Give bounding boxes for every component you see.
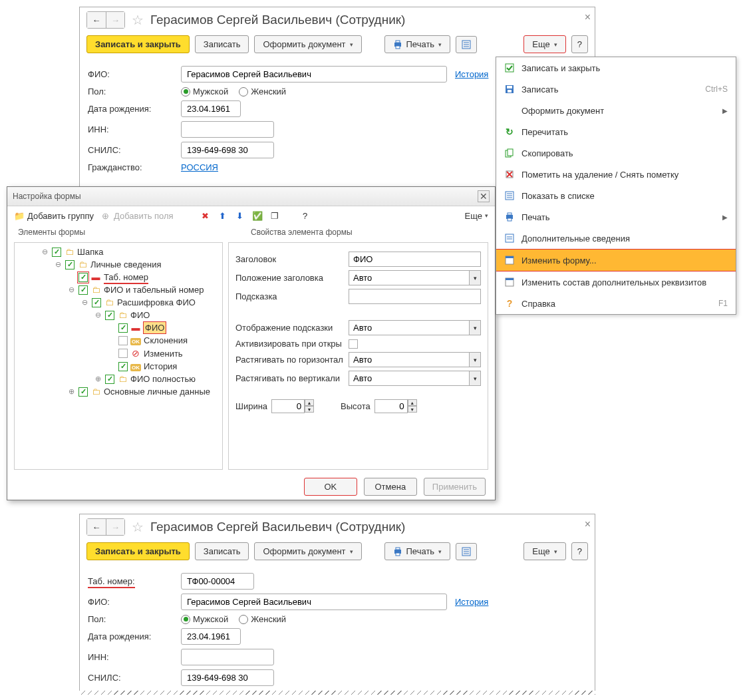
prop-stretch-h-select[interactable] bbox=[349, 352, 469, 367]
close-icon[interactable]: × bbox=[585, 518, 591, 530]
tree-checkbox[interactable]: ✓ bbox=[105, 311, 114, 320]
prop-stretch-v-select[interactable] bbox=[349, 371, 469, 386]
menu-item[interactable]: ?СправкаF1 bbox=[496, 293, 736, 314]
prop-title-pos-select[interactable] bbox=[349, 270, 469, 285]
menu-item[interactable]: Записать и закрыть bbox=[496, 57, 736, 79]
menu-item[interactable]: ↻Перечитать bbox=[496, 121, 736, 142]
fio-input[interactable] bbox=[181, 66, 447, 83]
make-document-button[interactable]: Оформить документ▾ bbox=[254, 35, 361, 53]
close-icon[interactable]: × bbox=[585, 11, 591, 23]
prop-height-input[interactable] bbox=[374, 399, 408, 413]
dialog-more-button[interactable]: Еще ▾ bbox=[465, 211, 488, 221]
gender-female-radio[interactable]: Женский bbox=[239, 87, 286, 96]
fio-input[interactable] bbox=[181, 594, 447, 610]
help-button[interactable]: ? bbox=[571, 35, 588, 53]
spinner-down[interactable]: ▼ bbox=[305, 406, 314, 413]
check-all-icon[interactable]: ✅ bbox=[252, 210, 263, 221]
back-button[interactable]: ← bbox=[87, 519, 106, 535]
delete-icon[interactable]: ✖ bbox=[200, 210, 211, 221]
more-button[interactable]: Еще▾ bbox=[523, 35, 565, 53]
toolbar-help-icon[interactable]: ? bbox=[300, 210, 311, 221]
save-and-close-button[interactable]: Записать и закрыть bbox=[86, 35, 190, 53]
tree-checkbox[interactable] bbox=[118, 336, 128, 345]
tree-checkbox[interactable]: ✓ bbox=[92, 298, 101, 307]
menu-item[interactable]: Изменить состав дополнительных реквизито… bbox=[496, 271, 736, 293]
history-link[interactable]: История bbox=[455, 597, 488, 607]
tree-node[interactable]: ⊖✓🗀Расшифровка ФИО bbox=[15, 296, 222, 309]
inn-input[interactable] bbox=[181, 121, 274, 138]
tree-node[interactable]: ✓▬ФИО bbox=[15, 321, 222, 334]
dropdown-button[interactable]: ▾ bbox=[469, 371, 481, 386]
help-button[interactable]: ? bbox=[571, 542, 588, 560]
tree-checkbox[interactable]: ✓ bbox=[78, 285, 88, 295]
dropdown-button[interactable]: ▾ bbox=[469, 320, 481, 335]
favorite-star-icon[interactable]: ☆ bbox=[132, 519, 144, 535]
apply-button[interactable]: Применить bbox=[424, 478, 486, 496]
expand-toggle[interactable]: ⊖ bbox=[53, 260, 63, 269]
print-button[interactable]: Печать▾ bbox=[384, 35, 451, 53]
back-button[interactable]: ← bbox=[87, 12, 106, 28]
gender-male-radio[interactable]: Мужской bbox=[181, 87, 228, 96]
tree-checkbox[interactable]: ✓ bbox=[52, 248, 61, 257]
move-up-icon[interactable]: ⬆ bbox=[218, 210, 228, 221]
cancel-button[interactable]: Отмена bbox=[364, 478, 417, 496]
birth-input[interactable] bbox=[181, 100, 241, 117]
citizenship-link[interactable]: РОССИЯ bbox=[181, 162, 218, 172]
tree-checkbox[interactable]: ✓ bbox=[105, 375, 114, 384]
tree-checkbox[interactable]: ✓ bbox=[65, 260, 74, 269]
tree-node[interactable]: ⊖✓🗀Личные сведения bbox=[15, 258, 222, 271]
menu-item[interactable]: ЗаписатьCtrl+S bbox=[496, 79, 736, 100]
ok-button[interactable]: OK bbox=[304, 478, 357, 496]
prop-width-input[interactable] bbox=[271, 399, 305, 413]
save-button[interactable]: Записать bbox=[195, 35, 249, 53]
prop-title-input[interactable] bbox=[349, 252, 481, 267]
prop-hint-input[interactable] bbox=[349, 289, 481, 304]
tree-node[interactable]: OKСклонения bbox=[15, 334, 222, 347]
add-fields-button[interactable]: ⊕ Добавить поля bbox=[100, 210, 174, 221]
tree-node[interactable]: ⊖✓🗀ФИО bbox=[15, 309, 222, 321]
expand-toggle[interactable]: ⊕ bbox=[67, 387, 76, 396]
list-icon-button[interactable] bbox=[456, 543, 477, 560]
menu-item[interactable]: Пометить на удаление / Снять пометку bbox=[496, 164, 736, 185]
forward-button[interactable]: → bbox=[106, 519, 124, 535]
expand-toggle[interactable]: ⊕ bbox=[93, 375, 102, 383]
forward-button[interactable]: → bbox=[106, 12, 124, 28]
tree-checkbox[interactable]: ✓ bbox=[78, 273, 88, 282]
menu-item[interactable]: Скопировать bbox=[496, 142, 736, 164]
birth-input[interactable] bbox=[181, 628, 241, 645]
tree-node[interactable]: ⊖✓🗀Шапка bbox=[15, 246, 222, 258]
tree-node[interactable]: ⊕✓🗀ФИО полностью bbox=[15, 373, 222, 385]
more-button[interactable]: Еще▾ bbox=[523, 542, 565, 560]
spinner-up[interactable]: ▲ bbox=[305, 399, 314, 406]
expand-toggle[interactable]: ⊖ bbox=[67, 285, 76, 294]
list-icon-button[interactable] bbox=[456, 36, 477, 53]
gender-female-radio[interactable]: Женский bbox=[239, 614, 286, 624]
menu-item[interactable]: Показать в списке bbox=[496, 185, 736, 206]
print-button[interactable]: Печать▾ bbox=[384, 542, 451, 560]
spinner-down[interactable]: ▼ bbox=[408, 406, 417, 413]
move-down-icon[interactable]: ⬇ bbox=[235, 210, 245, 221]
spinner-up[interactable]: ▲ bbox=[408, 399, 417, 406]
prop-activate-checkbox[interactable] bbox=[349, 339, 358, 349]
inn-input[interactable] bbox=[181, 649, 274, 665]
tree-node[interactable]: ✓OKИстория bbox=[15, 360, 222, 373]
favorite-star-icon[interactable]: ☆ bbox=[132, 12, 144, 28]
dialog-close-icon[interactable]: ✕ bbox=[478, 190, 490, 202]
tree-checkbox[interactable]: ✓ bbox=[118, 362, 128, 371]
snils-input[interactable] bbox=[181, 669, 274, 686]
tree-node[interactable]: ✓▬Таб. номер bbox=[15, 271, 222, 283]
add-group-button[interactable]: 📁 Добавить группу bbox=[14, 210, 94, 221]
expand-toggle[interactable]: ⊖ bbox=[40, 248, 49, 256]
tree-checkbox[interactable]: ✓ bbox=[78, 387, 88, 397]
dropdown-button[interactable]: ▾ bbox=[469, 270, 481, 285]
gender-male-radio[interactable]: Мужской bbox=[181, 614, 228, 624]
make-document-button[interactable]: Оформить документ▾ bbox=[254, 542, 361, 560]
tree-node[interactable]: ⊘Изменить bbox=[15, 347, 222, 360]
tree-checkbox[interactable]: ✓ bbox=[118, 323, 128, 333]
save-button[interactable]: Записать bbox=[195, 542, 249, 560]
tree-node[interactable]: ⊕✓🗀Основные личные данные bbox=[15, 385, 222, 398]
dropdown-button[interactable]: ▾ bbox=[469, 352, 481, 367]
snils-input[interactable] bbox=[181, 142, 274, 158]
tree-checkbox[interactable] bbox=[118, 349, 128, 358]
menu-item[interactable]: Печать▶ bbox=[496, 206, 736, 228]
